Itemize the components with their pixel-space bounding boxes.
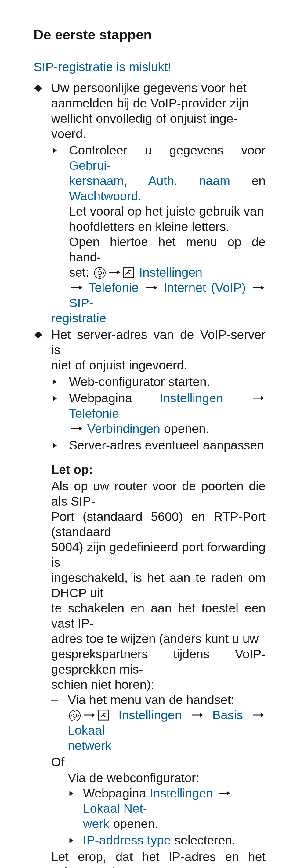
sub-item: Server-adres eventueel aanpassen xyxy=(51,437,265,453)
item-text: Het server-adres van de VoIP-server is n… xyxy=(51,327,265,373)
item-text: Instellingen Basis Lokaal netwerk xyxy=(68,707,265,753)
inner-sub-item: IP-address type selecteren. xyxy=(68,833,265,848)
arrow-icon xyxy=(190,708,204,722)
triangle-icon xyxy=(51,391,69,436)
arrow-icon xyxy=(107,265,122,279)
arrow-icon xyxy=(217,786,231,800)
page-container: De eerste stappen SIP-registratie is mis… xyxy=(0,0,293,868)
content-list: Uw persoonlijke gegevens voor het aanmel… xyxy=(34,80,265,868)
triangle-icon xyxy=(51,437,69,453)
arrow-icon xyxy=(82,708,96,722)
item-text: Uw persoonlijke gegevens voor het aanmel… xyxy=(51,80,265,142)
dash-bullet: – xyxy=(51,770,68,785)
item-text: Server-adres eventueel aanpassen xyxy=(69,437,265,453)
dash-item: – Via het menu van de handset: xyxy=(51,692,265,707)
item-text: Webpagina Instellingen Lokaal Net- werk … xyxy=(83,785,265,831)
triangle-icon xyxy=(68,785,83,831)
page-heading: De eerste stappen xyxy=(34,26,265,44)
diamond-icon xyxy=(34,327,51,373)
sub-item: Web-configurator starten. xyxy=(51,374,265,389)
triangle-icon xyxy=(51,374,69,389)
dpad-icon xyxy=(68,708,82,722)
sub-item: Webpagina Instellingen Telefonie Verbind… xyxy=(51,391,265,436)
notice-text: Als op uw router voor de poorten die als… xyxy=(51,478,265,692)
item-text: Web-configurator starten. xyxy=(69,374,265,389)
bullet-item: Het server-adres van de VoIP-server is n… xyxy=(34,327,265,373)
dpad-icon xyxy=(93,265,107,279)
inner-sub-item: Webpagina Instellingen Lokaal Net- werk … xyxy=(68,785,265,831)
dash-item: – Via de webconfigurator: xyxy=(51,770,265,785)
arrow-icon xyxy=(144,281,158,294)
item-text: IP-address type selecteren. xyxy=(83,833,265,848)
sub-item: Controleer u gegevens voor Gebrui- kersn… xyxy=(51,143,265,326)
triangle-icon xyxy=(68,833,83,848)
notice-text: Let erop, dat het IP-adres en het subnet… xyxy=(51,849,265,868)
arrow-icon xyxy=(251,708,265,722)
arrow-icon xyxy=(251,281,265,294)
item-text: Webpagina Instellingen Telefonie Verbind… xyxy=(69,391,265,436)
dash-bullet: – xyxy=(51,692,68,707)
notice-title: Let op: xyxy=(51,462,265,477)
diamond-icon xyxy=(34,80,51,142)
section-title: SIP-registratie is mislukt! xyxy=(34,60,265,74)
arrow-icon xyxy=(251,391,265,405)
settings-box-icon xyxy=(122,265,135,279)
triangle-icon xyxy=(51,143,69,326)
arrow-icon xyxy=(69,422,84,436)
settings-box-icon xyxy=(96,708,110,722)
or-label: Of xyxy=(51,754,265,770)
item-text: Via het menu van de handset: xyxy=(68,692,265,707)
item-text: Controleer u gegevens voor Gebrui- kersn… xyxy=(69,143,265,326)
bullet-item: Uw persoonlijke gegevens voor het aanmel… xyxy=(34,80,265,142)
arrow-icon xyxy=(69,281,84,294)
item-text: Via de webconfigurator: xyxy=(68,770,265,785)
